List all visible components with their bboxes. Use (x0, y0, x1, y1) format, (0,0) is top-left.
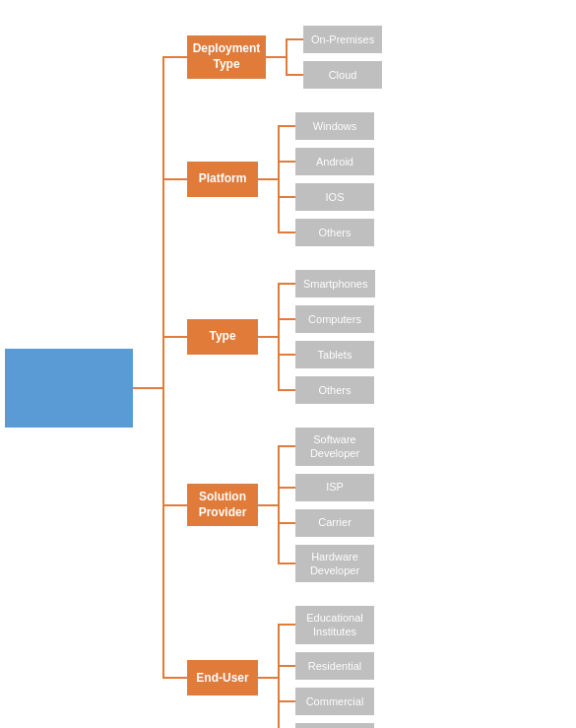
leaves-spine-solution-provider (278, 446, 280, 563)
leaves-spine-type (278, 284, 280, 390)
mid-node-type: Type (187, 319, 258, 355)
leaves-spine-platform (278, 126, 280, 232)
leaf-h-end-user-0 (278, 624, 295, 626)
leaf-row-platform-3: Others (278, 219, 374, 246)
leaf-h-platform-3 (278, 232, 295, 233)
leaf-node-platform-2: IOS (295, 183, 374, 211)
leaf-row-platform-2: IOS (278, 183, 374, 211)
group-deployment-type: Deployment TypeOn-PremisesCloud (162, 22, 382, 93)
leaf-node-deployment-type-0: On-Premises (303, 26, 382, 53)
root-connector (133, 10, 162, 728)
leaf-h-platform-1 (278, 161, 295, 163)
root-node (5, 349, 133, 428)
leaf-h-solution-provider-0 (278, 445, 295, 447)
leaf-row-end-user-1: Residential (278, 652, 374, 680)
leaf-row-solution-provider-0: Software Developer (278, 428, 374, 466)
mid-to-leaves-end-user (258, 677, 278, 679)
leaf-h-platform-0 (278, 125, 295, 127)
leaf-row-solution-provider-2: Carrier (278, 509, 374, 537)
leaf-node-solution-provider-2: Carrier (295, 509, 374, 537)
spine-to-mid-platform (162, 178, 187, 180)
leaf-h-type-2 (278, 354, 295, 356)
leaf-row-solution-provider-3: Hardware Developer (278, 545, 374, 583)
leaf-node-solution-provider-0: Software Developer (295, 428, 374, 466)
mid-node-solution-provider: Solution Provider (187, 484, 258, 526)
leaf-row-end-user-0: Educational Institutes (278, 606, 374, 644)
root-h-line (133, 387, 162, 389)
tree-diagram: Deployment TypeOn-PremisesCloudPlatformW… (0, 0, 576, 728)
leaves-outer-type: SmartphonesComputersTabletsOthers (278, 266, 375, 408)
leaf-row-platform-0: Windows (278, 112, 374, 140)
leaf-h-type-3 (278, 389, 295, 391)
leaf-h-platform-2 (278, 196, 295, 198)
mid-to-leaves-platform (258, 178, 278, 180)
leaves-outer-solution-provider: Software DeveloperISPCarrierHardware Dev… (278, 424, 374, 586)
leaf-row-type-1: Computers (278, 305, 375, 333)
spine-to-mid-solution-provider (162, 504, 187, 506)
leaf-node-solution-provider-1: ISP (295, 474, 374, 501)
leaf-node-type-0: Smartphones (295, 270, 375, 298)
leaves-spine-deployment-type (286, 39, 288, 75)
leaf-h-deployment-type-0 (286, 38, 303, 40)
leaf-node-type-2: Tablets (295, 341, 374, 368)
leaf-h-type-0 (278, 283, 295, 285)
leaves-outer-end-user: Educational InstitutesResidentialCommerc… (278, 602, 374, 728)
mid-node-end-user: End-User (187, 660, 258, 695)
group-platform: PlatformWindowsAndroidIOSOthers (162, 108, 382, 250)
mid-to-leaves-solution-provider (258, 504, 278, 506)
leaves-outer-deployment-type: On-PremisesCloud (286, 22, 382, 93)
leaf-h-solution-provider-1 (278, 487, 295, 489)
leaf-node-platform-3: Others (295, 219, 374, 246)
leaf-node-type-3: Others (295, 376, 374, 404)
leaf-h-solution-provider-2 (278, 522, 295, 524)
leaf-h-type-1 (278, 318, 295, 320)
leaves-spine-end-user (278, 625, 280, 728)
mid-to-leaves-deployment-type (266, 56, 286, 58)
spine-to-mid-type (162, 336, 187, 338)
leaf-row-platform-1: Android (278, 148, 374, 175)
leaf-node-end-user-1: Residential (295, 652, 374, 680)
leaf-h-deployment-type-1 (286, 74, 303, 76)
leaf-node-end-user-3: Others (295, 723, 374, 728)
leaf-node-deployment-type-1: Cloud (303, 61, 382, 89)
leaf-row-type-3: Others (278, 376, 375, 404)
mid-node-deployment-type: Deployment Type (187, 35, 266, 78)
leaves-outer-platform: WindowsAndroidIOSOthers (278, 108, 374, 250)
mid-to-leaves-type (258, 336, 278, 338)
leaf-row-end-user-3: Others (278, 723, 374, 728)
leaf-row-solution-provider-1: ISP (278, 474, 374, 501)
leaf-node-end-user-2: Commercial (295, 688, 374, 715)
leaf-row-type-0: Smartphones (278, 270, 375, 298)
group-solution-provider: Solution ProviderSoftware DeveloperISPCa… (162, 424, 382, 586)
mid-node-platform: Platform (187, 162, 258, 197)
spine-to-mid-deployment-type (162, 56, 187, 58)
leaf-node-platform-0: Windows (295, 112, 374, 140)
leaf-row-type-2: Tablets (278, 341, 375, 368)
group-end-user: End-UserEducational InstitutesResidentia… (162, 602, 382, 728)
leaf-node-solution-provider-3: Hardware Developer (295, 545, 374, 583)
leaf-row-end-user-2: Commercial (278, 688, 374, 715)
leaf-node-end-user-0: Educational Institutes (295, 606, 374, 644)
spine-container: Deployment TypeOn-PremisesCloudPlatformW… (162, 10, 382, 728)
leaf-node-type-1: Computers (295, 305, 374, 333)
group-type: TypeSmartphonesComputersTabletsOthers (162, 266, 382, 408)
groups: Deployment TypeOn-PremisesCloudPlatformW… (162, 10, 382, 728)
leaf-node-platform-1: Android (295, 148, 374, 175)
leaf-h-end-user-2 (278, 700, 295, 702)
leaf-row-deployment-type-1: Cloud (286, 61, 382, 89)
spine-to-mid-end-user (162, 677, 187, 679)
leaf-h-end-user-1 (278, 665, 295, 667)
leaf-row-deployment-type-0: On-Premises (286, 26, 382, 53)
leaf-h-solution-provider-3 (278, 563, 295, 564)
